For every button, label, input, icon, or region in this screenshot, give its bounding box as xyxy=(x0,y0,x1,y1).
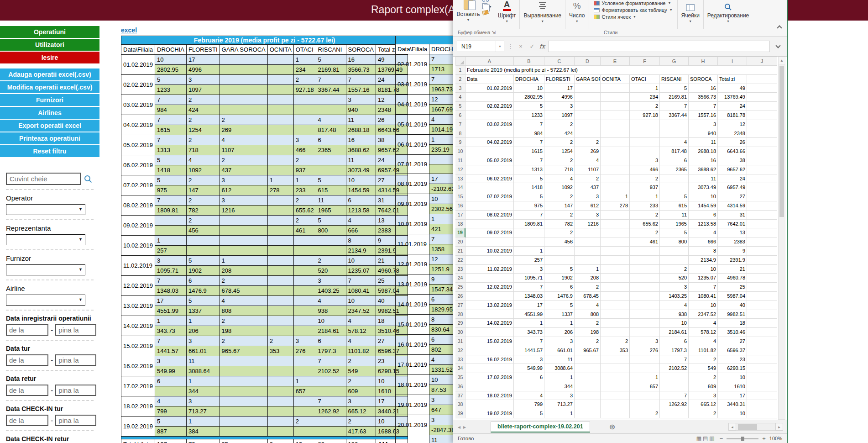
row-header-26[interactable]: 26 xyxy=(455,292,465,301)
cell-D38[interactable] xyxy=(575,400,601,409)
cell-A26[interactable] xyxy=(465,292,514,301)
row-header-33[interactable]: 33 xyxy=(455,355,465,364)
cell-B9[interactable]: 7 xyxy=(514,138,544,147)
cell-F9[interactable] xyxy=(630,138,660,147)
cell-H28[interactable]: 2347.52 xyxy=(689,310,718,319)
cell-B39[interactable]: 5 xyxy=(514,409,544,418)
cell-G3[interactable]: 5 xyxy=(660,84,689,93)
cell-C22[interactable] xyxy=(544,256,575,265)
cell-B28[interactable]: 4551.99 xyxy=(514,310,544,319)
horizontal-scrollbar[interactable]: ◂ ▸ xyxy=(728,423,783,431)
vertical-scrollbar[interactable]: ▲ xyxy=(778,57,785,420)
cell-B3[interactable]: 10 xyxy=(514,84,544,93)
collapse-ribbon-button[interactable] xyxy=(778,23,781,32)
cell-J26[interactable] xyxy=(747,292,777,301)
cell-F16[interactable]: 233 xyxy=(630,201,660,211)
cell-J29[interactable] xyxy=(747,319,777,328)
cell-I15[interactable]: 27 xyxy=(718,192,747,201)
cell-D29[interactable]: 2 xyxy=(575,319,601,328)
cell-H18[interactable]: 1213.58 xyxy=(689,220,718,229)
next-sheet-icon[interactable]: ▸ xyxy=(463,424,466,430)
row-header-27[interactable]: 27 xyxy=(455,301,465,310)
row-header-11[interactable]: 11 xyxy=(455,156,465,165)
insert-function-button[interactable]: fx xyxy=(539,43,545,50)
cell-C6[interactable]: 1097 xyxy=(544,111,575,120)
row-header-9[interactable]: 9 xyxy=(455,138,465,147)
cell-E37[interactable] xyxy=(601,391,630,401)
cell-H30[interactable]: 578.12 xyxy=(689,328,718,337)
cell-J4[interactable] xyxy=(747,93,777,102)
cell-J8[interactable] xyxy=(747,129,777,138)
cell-E11[interactable] xyxy=(601,156,630,165)
cell-G31[interactable]: 6 xyxy=(660,337,689,346)
cell-H36[interactable]: 609 xyxy=(689,382,718,391)
cell-H33[interactable]: 2 xyxy=(689,355,718,364)
cell-J22[interactable] xyxy=(747,256,777,265)
row-header-28[interactable]: 28 xyxy=(455,310,465,319)
cell-D13[interactable]: 2 xyxy=(575,174,601,184)
cell-C32[interactable]: 661.01 xyxy=(544,346,575,355)
cell-B35[interactable]: 6 xyxy=(514,373,544,382)
cell-D31[interactable]: 2 xyxy=(575,337,601,346)
cell-I26[interactable]: 5987.04 xyxy=(718,292,747,301)
cell-I36[interactable]: 1610 xyxy=(718,382,747,391)
cell-H32[interactable]: 1101.82 xyxy=(689,346,718,355)
cell-G28[interactable]: 938 xyxy=(660,310,689,319)
row-header-15[interactable]: 15 xyxy=(455,192,465,201)
number-group-button[interactable]: % Число ▼ xyxy=(565,0,589,36)
select-all-corner[interactable] xyxy=(455,57,465,66)
cell-I27[interactable]: 40 xyxy=(718,301,747,310)
cell-D19[interactable] xyxy=(575,228,601,237)
cell-F31[interactable]: 3 xyxy=(630,337,660,346)
cell-F11[interactable]: 3 xyxy=(630,156,660,165)
cell-F18[interactable]: 655.62 xyxy=(630,220,660,229)
cell-J39[interactable] xyxy=(747,409,777,418)
cell-H8[interactable]: 940 xyxy=(689,129,718,138)
sidebar-button-airlines[interactable]: Airlines xyxy=(0,107,99,119)
cell-B24[interactable]: 1095.71 xyxy=(514,274,544,283)
zoom-slider-thumb[interactable] xyxy=(741,437,744,441)
cell-D24[interactable]: 208 xyxy=(575,274,601,283)
cell-G23[interactable]: 2 xyxy=(660,265,689,274)
cell-H9[interactable]: 11 xyxy=(689,138,718,147)
cell-F5[interactable]: 2 xyxy=(630,102,660,111)
cell-I5[interactable]: 24 xyxy=(718,102,747,111)
cell-D33[interactable] xyxy=(575,355,601,364)
cell-G4[interactable]: 2169.81 xyxy=(660,93,689,102)
cell-E31[interactable]: 2 xyxy=(601,337,630,346)
cell-H38[interactable]: 665.12 xyxy=(689,400,718,409)
cell-C7[interactable]: 2 xyxy=(544,120,575,129)
cell-A9[interactable]: 04.02.2019 xyxy=(465,138,514,147)
cell-I7[interactable]: 12 xyxy=(718,120,747,129)
cell-D11[interactable]: 4 xyxy=(575,156,601,165)
cell-C25[interactable]: 6 xyxy=(544,283,575,292)
row-header-37[interactable]: 37 xyxy=(455,391,465,401)
cell-C19[interactable]: 2 xyxy=(544,228,575,237)
enter-icon[interactable]: ✓ xyxy=(528,43,536,50)
cell-I21[interactable]: 9 xyxy=(718,247,747,256)
cell-I32[interactable]: 6596.37 xyxy=(718,346,747,355)
cell-C30[interactable]: 206 xyxy=(544,328,575,337)
filter-select-airline[interactable]: ▼ xyxy=(6,295,85,306)
row-header-4[interactable]: 4 xyxy=(455,93,465,102)
cell-G7[interactable] xyxy=(660,120,689,129)
column-header-F[interactable]: F xyxy=(630,57,660,66)
cell-E9[interactable] xyxy=(601,138,630,147)
keyword-search-input[interactable] xyxy=(6,173,81,185)
filter-select-furnizor[interactable]: ▼ xyxy=(6,264,85,275)
cell-B32[interactable]: 1441.57 xyxy=(514,346,544,355)
cell-A2[interactable]: Data xyxy=(465,75,514,84)
cell-G30[interactable]: 2184.61 xyxy=(660,328,689,337)
cell-I20[interactable]: 2383 xyxy=(718,237,747,247)
cell-F12[interactable]: 466 xyxy=(630,165,660,174)
cell-J2[interactable] xyxy=(747,75,777,84)
cell-F7[interactable] xyxy=(630,120,660,129)
cell-E5[interactable] xyxy=(601,102,630,111)
editing-group-button[interactable]: Редактирование ▼ xyxy=(704,0,753,36)
cell-A35[interactable]: 17.02.2019 xyxy=(465,373,514,382)
cell-E20[interactable] xyxy=(601,237,630,247)
cell-H17[interactable]: 6 xyxy=(689,211,718,220)
cell-C3[interactable]: 17 xyxy=(544,84,575,93)
cell-H7[interactable]: 3 xyxy=(689,120,718,129)
cell-I19[interactable]: 13 xyxy=(718,228,747,237)
